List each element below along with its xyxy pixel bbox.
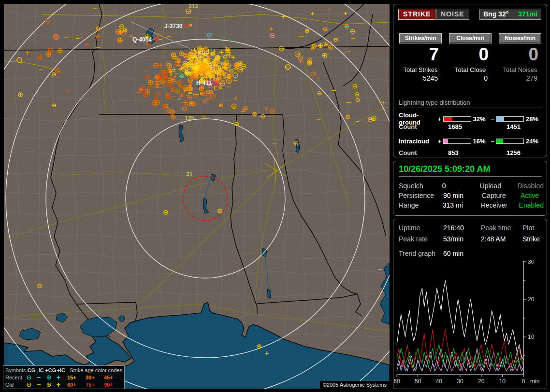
upload-status: Disabled — [518, 182, 544, 190]
strike-symbol — [232, 104, 236, 108]
strike-symbol — [318, 43, 322, 47]
ic-minus-bar — [496, 139, 524, 144]
strike-symbol — [157, 63, 160, 67]
strike-symbol — [148, 80, 153, 85]
strike-symbol — [145, 75, 150, 79]
strike-symbol — [189, 101, 194, 106]
cg-plus-recent-icon — [44, 375, 54, 380]
strike-symbol — [307, 61, 312, 65]
strikes-per-min-value: 7 — [397, 44, 444, 65]
total-strikes-label: Total Strikes — [397, 66, 444, 73]
noise-toggle-button[interactable]: NOISE — [436, 9, 469, 20]
legend-col-cg-plus: +CG — [45, 367, 56, 373]
total-close-label: Total Close — [447, 66, 493, 73]
strike-symbol — [189, 60, 192, 63]
strike-symbol — [329, 45, 333, 49]
datetime-display: 10/26/2025 5:09:20 AM — [399, 164, 542, 177]
strike-symbol — [312, 44, 316, 48]
legend-col-ic-minus: -IC — [35, 367, 45, 373]
svg-text:31: 31 — [186, 171, 193, 178]
noises-per-min-value: 0 — [497, 44, 543, 65]
strike-symbol — [227, 79, 232, 84]
svg-text:20: 20 — [478, 378, 485, 385]
persistence-value: 90 min — [443, 192, 482, 199]
strike-symbol — [324, 42, 327, 46]
config-row-2: Persistence 90 min Capture Active — [399, 192, 544, 199]
strike-symbol — [211, 94, 216, 98]
strike-symbol — [204, 47, 208, 51]
strike-symbol — [96, 27, 100, 30]
copyright-text: ©2005 Astrogenic Systems — [320, 381, 390, 389]
svg-text:min: min — [530, 378, 539, 385]
strike-symbol — [203, 74, 206, 77]
config-row-3: Range 313 mi Receiver Enabled — [399, 201, 544, 209]
peak-rate-value: 53/min — [443, 235, 481, 243]
strike-symbol — [200, 65, 203, 69]
strike-symbol — [171, 115, 175, 119]
svg-text:30: 30 — [528, 260, 535, 265]
strike-symbol — [140, 88, 143, 91]
ic-plus-recent-icon — [54, 375, 63, 380]
capture-status: Active — [521, 192, 539, 199]
cg-minus-bar — [496, 116, 524, 122]
trend-graph-row: Trend graph 60 min — [399, 250, 544, 257]
legend-age-title: Strike age color codes — [70, 367, 122, 373]
close-per-min-button[interactable]: Close/min — [449, 33, 492, 43]
strike-symbol — [161, 70, 165, 74]
strike-symbol — [55, 69, 59, 73]
strike-symbol — [167, 82, 172, 86]
strike-symbol — [162, 105, 166, 108]
strike-symbol — [186, 63, 190, 67]
strike-symbol — [234, 63, 238, 67]
cg-plus-count: 1685 — [448, 123, 462, 130]
app-window: 31312531Q-4054+2−J-3730+2^H-411+3− Symbo… — [0, 0, 550, 392]
total-close-value: 0 — [447, 74, 493, 82]
strike-symbol — [175, 58, 180, 63]
uptime-value: 216:40 — [443, 224, 481, 232]
strike-symbol — [197, 46, 202, 50]
age-45: 45+ — [104, 375, 122, 380]
strikes-per-min-button[interactable]: Strikes/min — [399, 33, 442, 43]
map-canvas[interactable]: 31312531Q-4054+2−J-3730+2^H-411+3− — [4, 4, 390, 389]
svg-text:10: 10 — [499, 378, 506, 385]
age-75: 75+ — [86, 382, 104, 388]
strike-symbol — [294, 141, 298, 145]
strike-symbol — [323, 53, 327, 57]
receiver-status: Enabled — [519, 201, 544, 209]
age-60: 60+ — [67, 382, 86, 388]
squelch-value: 0 — [442, 182, 480, 190]
ic-plus-pct: 16% — [473, 138, 491, 145]
lightning-map[interactable]: 31312531Q-4054+2−J-3730+2^H-411+3− Symbo… — [4, 4, 390, 389]
strike-symbol — [164, 70, 168, 75]
strike-symbol — [179, 52, 184, 56]
age-30: 30+ — [86, 375, 104, 380]
strike-symbol — [371, 116, 376, 121]
storm-cell-label: J-3730+2^ — [164, 23, 192, 29]
strike-symbol — [18, 93, 22, 97]
svg-text:313: 313 — [188, 4, 198, 10]
close-column: Close/min 0 Total Close 0 — [447, 33, 493, 82]
strike-symbol — [171, 88, 174, 92]
strike-symbol — [58, 48, 62, 53]
legend-recent-label: Recent — [5, 375, 24, 380]
intracloud-label: Intracloud — [399, 138, 438, 145]
distribution-title: Lightning type distribution — [399, 99, 542, 108]
cg-plus-pct: 32% — [473, 115, 491, 123]
strike-toggle-button[interactable]: STRIKE — [398, 9, 435, 20]
stats-panel: STRIKE NOISE Bng 32° 371mi Strikes/min 7… — [393, 4, 547, 157]
svg-text:30: 30 — [457, 378, 463, 385]
storm-cell-label: Q-4054+2− — [132, 36, 162, 43]
cg-plus-old-icon — [44, 382, 54, 388]
ic-minus-recent-icon — [34, 375, 43, 380]
map-legend: Symbols -CG -IC +CG +IC Strike age color… — [3, 365, 125, 389]
ic-plus-old-icon — [54, 382, 63, 388]
strike-symbol — [167, 96, 170, 99]
peak-time-value: 2:48 AM — [481, 235, 522, 243]
noises-per-min-button[interactable]: Noises/min — [499, 33, 541, 43]
strike-symbol — [183, 64, 186, 67]
storm-cell-label: H-411+3− — [196, 80, 222, 86]
svg-text:125: 125 — [185, 115, 194, 122]
strike-symbol — [155, 84, 158, 87]
svg-text:60: 60 — [394, 378, 400, 385]
range-value: 313 mi — [443, 201, 481, 209]
